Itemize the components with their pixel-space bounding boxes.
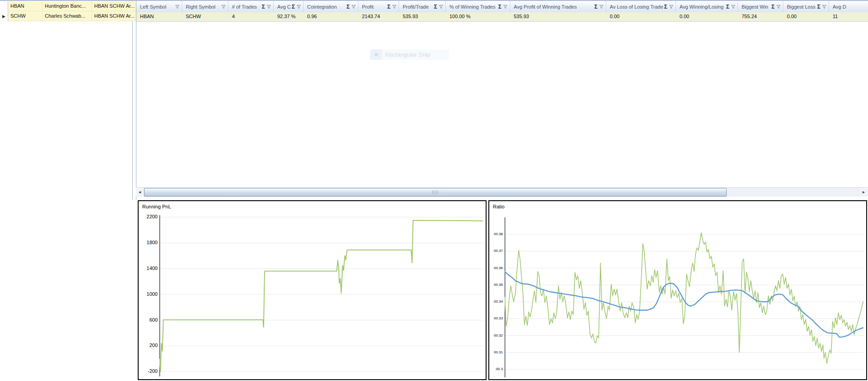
active-row-marker-icon[interactable]: ▶: [0, 11, 8, 21]
column-header-avg-profit-winning[interactable]: Avg Profit of Winning TradesΣ: [510, 1, 606, 12]
cell-biggest-loss[interactable]: 0.00: [783, 12, 829, 21]
cell-pct-winning[interactable]: 100.00 %: [446, 12, 510, 21]
y-tick-label: 1000: [140, 292, 158, 297]
column-header-num-trades[interactable]: # of TradesΣ: [228, 1, 274, 12]
column-header-biggest-loss[interactable]: Biggest LossΣ: [783, 1, 829, 12]
filter-icon[interactable]: [599, 4, 604, 9]
y-tick-label: -200: [140, 369, 158, 374]
pairs-trading-app-window: HBAN Huntington Banc... HBAN SCHW Ar... …: [0, 0, 868, 381]
running-pnl-chart-panel: Running PnL 2200180014001000600200-200: [138, 200, 487, 380]
filter-icon[interactable]: [776, 4, 781, 9]
column-header-left-symbol[interactable]: Left Symbol: [136, 1, 182, 12]
strategy-cell[interactable]: HBAN SCHW Ar...: [92, 11, 137, 21]
cell-av-loss-losing[interactable]: 0.00: [606, 12, 676, 21]
scrollbar-grip-icon: [432, 190, 439, 194]
y-tick-label: 00.35: [490, 283, 503, 287]
cell-num-trades[interactable]: 4: [228, 12, 274, 21]
y-tick-label: 00.3: [490, 367, 503, 371]
results-grid: Left Symbol Right Symbol # of TradesΣ Av…: [136, 1, 868, 200]
scroll-right-button[interactable]: ►: [860, 188, 868, 197]
column-header-avg-d[interactable]: Avg D: [829, 1, 866, 12]
cell-avg-profit-winning[interactable]: 535.93: [510, 12, 606, 21]
sum-icon[interactable]: Σ: [772, 4, 775, 10]
table-row[interactable]: HBAN Huntington Banc... HBAN SCHW Ar...: [0, 1, 132, 11]
y-tick-label: 600: [140, 318, 158, 323]
y-tick-label: 1400: [140, 266, 158, 271]
symbol-cell[interactable]: HBAN: [8, 1, 43, 11]
chart-title: Ratio: [493, 204, 505, 209]
symbols-grid: HBAN Huntington Banc... HBAN SCHW Ar... …: [0, 1, 133, 200]
column-header-profit-per-trade[interactable]: Profit/TradeΣ: [399, 1, 446, 12]
cell-avg-c[interactable]: 92.37 %: [274, 12, 304, 21]
column-header-pct-winning-trades[interactable]: % of Winning TradesΣ: [446, 1, 510, 12]
filter-icon[interactable]: [392, 4, 397, 9]
cell-avg-d[interactable]: 11: [829, 12, 866, 21]
cell-left-symbol[interactable]: HBAN: [136, 12, 182, 21]
filter-icon[interactable]: [221, 4, 226, 9]
filter-icon[interactable]: [503, 4, 508, 9]
sum-icon[interactable]: Σ: [292, 4, 295, 10]
filter-icon[interactable]: [731, 4, 736, 9]
symbol-cell[interactable]: SCHW: [8, 11, 43, 21]
cell-biggest-win[interactable]: 755.24: [738, 12, 783, 21]
filter-icon[interactable]: [669, 4, 674, 9]
column-header-right-symbol[interactable]: Right Symbol: [182, 1, 228, 12]
filter-icon[interactable]: [175, 4, 180, 9]
y-tick-label: 2200: [140, 214, 158, 219]
sum-icon[interactable]: Σ: [262, 4, 265, 10]
cell-profit[interactable]: 2143.74: [358, 12, 399, 21]
y-tick-label: 00.32: [490, 334, 503, 338]
filter-icon[interactable]: [266, 4, 271, 9]
sum-icon[interactable]: Σ: [664, 4, 667, 10]
sum-icon[interactable]: Σ: [498, 4, 502, 10]
table-row[interactable]: ▶ SCHW Charles Schwab... HBAN SCHW Ar...: [0, 11, 132, 21]
rectangular-snip-ghost-tooltip: Rectangular Snip: [370, 49, 449, 60]
y-tick-label: 00.38: [490, 232, 503, 236]
y-tick-label: 00.36: [490, 266, 503, 270]
column-header-avg-winning-losing[interactable]: Avg Winning/LosingΣ: [676, 1, 738, 12]
ratio-chart-panel: Ratio 00.3800.3700.3600.3500.3400.3300.3…: [488, 200, 867, 380]
y-tick-label: 00.33: [490, 317, 503, 320]
y-tick-label: 200: [140, 343, 158, 348]
column-header-avg-c[interactable]: Avg CΣ: [274, 1, 304, 12]
strategy-cell[interactable]: HBAN SCHW Ar...: [92, 1, 137, 11]
horizontal-scrollbar[interactable]: ◄ ►: [136, 187, 868, 197]
series-ratio: [505, 233, 863, 364]
chart-canvas: [159, 215, 483, 376]
ratio-plot-area: [505, 217, 863, 377]
company-name-cell[interactable]: Huntington Banc...: [43, 1, 92, 11]
y-tick-label: 00.37: [490, 249, 503, 253]
ghost-tooltip-label: Rectangular Snip: [385, 51, 430, 58]
y-tick-label: 00.31: [490, 351, 503, 354]
series-moving-average: [505, 271, 863, 337]
column-header-cointegration[interactable]: CointegrationΣ: [304, 1, 358, 12]
table-row[interactable]: HBAN SCHW 4 92.37 % 0.96 2143.74 535.93 …: [136, 12, 868, 22]
row-selector-cell[interactable]: [0, 1, 8, 11]
column-header-profit[interactable]: ProfitΣ: [358, 1, 399, 12]
filter-icon[interactable]: [351, 4, 356, 9]
y-tick-label: 00.34: [490, 300, 503, 304]
scroll-left-button[interactable]: ◄: [136, 188, 144, 197]
company-name-cell[interactable]: Charles Schwab...: [43, 11, 92, 21]
cell-cointegration[interactable]: 0.96: [304, 12, 358, 21]
results-grid-header: Left Symbol Right Symbol # of TradesΣ Av…: [136, 1, 868, 13]
y-tick-label: 1800: [140, 240, 158, 245]
sum-icon[interactable]: Σ: [434, 4, 437, 10]
column-header-av-loss-losing[interactable]: Av Loss of Losing TradeΣ: [606, 1, 676, 12]
filter-icon[interactable]: [439, 4, 444, 9]
sum-icon[interactable]: Σ: [817, 4, 820, 10]
cell-avg-winning-losing[interactable]: 0.00: [676, 12, 738, 21]
snip-mode-icon: [370, 49, 382, 60]
sum-icon[interactable]: Σ: [726, 4, 729, 10]
sum-icon[interactable]: Σ: [387, 4, 391, 10]
filter-icon[interactable]: [822, 4, 827, 9]
sum-icon[interactable]: Σ: [594, 4, 598, 10]
chart-canvas: [505, 217, 863, 377]
sum-icon[interactable]: Σ: [347, 4, 350, 10]
filter-icon[interactable]: [296, 4, 301, 9]
cell-profit-per-trade[interactable]: 535.93: [399, 12, 446, 21]
column-header-biggest-win[interactable]: Biggest WinΣ: [738, 1, 783, 12]
cell-right-symbol[interactable]: SCHW: [182, 12, 228, 21]
scrollbar-thumb[interactable]: [144, 188, 727, 197]
chart-title: Running PnL: [142, 204, 171, 209]
